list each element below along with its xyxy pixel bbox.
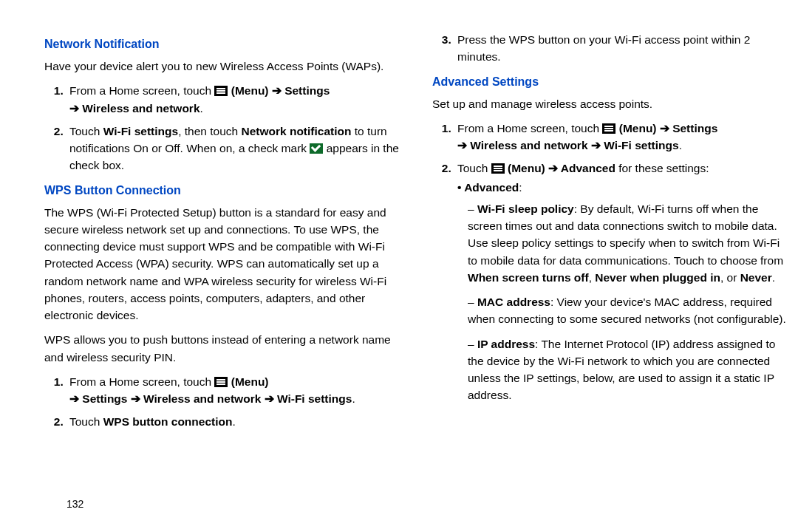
page-number: 132 <box>66 498 83 510</box>
wps-steps: From a Home screen, touch (Menu) ➔ Setti… <box>44 373 403 431</box>
adv-mac: MAC address: View your device's MAC addr… <box>468 293 791 328</box>
menu-icon <box>491 163 505 174</box>
nn-step-2: Touch Wi-Fi settings, then touch Network… <box>66 123 403 174</box>
right-column: Press the WPS button on your Wi-Fi acces… <box>432 30 798 532</box>
wps-step-3: Press the WPS button on your Wi-Fi acces… <box>454 31 791 66</box>
heading-network-notification: Network Notification <box>44 35 403 53</box>
adv-intro: Set up and manage wireless access points… <box>432 95 791 112</box>
left-column: Network Notification Have your device al… <box>44 30 410 532</box>
wps-step-2: Touch WPS button connection. <box>66 413 403 430</box>
heading-advanced: Advanced Settings <box>432 73 791 91</box>
check-icon <box>310 143 323 154</box>
wps-steps-cont: Press the WPS button on your Wi-Fi acces… <box>432 31 791 66</box>
wps-p1: The WPS (Wi-Fi Protected Setup) button i… <box>44 204 403 324</box>
adv-step-1: From a Home screen, touch (Menu) ➔ Setti… <box>454 120 791 154</box>
adv-ip: IP address: The Internet Protocol (IP) a… <box>468 335 791 404</box>
adv-bullet: Advanced: <box>457 179 791 196</box>
adv-steps: From a Home screen, touch (Menu) ➔ Setti… <box>432 120 791 404</box>
wps-p2: WPS allows you to push buttons instead o… <box>44 331 403 366</box>
nn-intro: Have your device alert you to new Wirele… <box>44 58 403 75</box>
nn-steps: From a Home screen, touch (Menu) ➔ Setti… <box>44 82 403 174</box>
nn-step-1: From a Home screen, touch (Menu) ➔ Setti… <box>66 82 403 117</box>
heading-wps: WPS Button Connection <box>44 182 403 200</box>
adv-dash-list: Wi-Fi sleep policy: By default, Wi-Fi tu… <box>457 200 791 404</box>
menu-icon <box>214 86 228 96</box>
adv-sleep-policy: Wi-Fi sleep policy: By default, Wi-Fi tu… <box>468 200 791 286</box>
menu-icon <box>214 377 228 387</box>
adv-step-2: Touch (Menu) ➔ Advanced for these settin… <box>454 160 791 403</box>
wps-step-1: From a Home screen, touch (Menu) ➔ Setti… <box>66 373 403 408</box>
menu-icon <box>602 123 615 134</box>
